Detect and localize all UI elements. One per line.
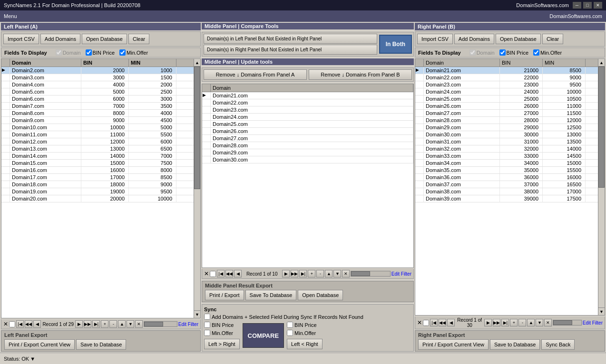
table-row[interactable]: Domain29.com <box>202 149 413 156</box>
table-row[interactable]: Domain39.com3900017500 <box>415 195 598 202</box>
right-left-button[interactable]: Left < Right <box>287 339 323 349</box>
middle-open-db-button[interactable]: Open Database <box>298 290 343 300</box>
middle-nav-add[interactable]: + <box>308 270 315 278</box>
table-row[interactable]: Domain24.com <box>202 114 413 121</box>
right-min-field[interactable]: Min.Offer <box>533 49 562 56</box>
table-row[interactable]: Domain25.com <box>202 121 413 128</box>
table-row[interactable]: Domain26.com <box>202 128 413 135</box>
middle-nav-first[interactable]: |◀ <box>217 270 225 278</box>
table-row[interactable]: Domain30.com3000013000 <box>415 131 598 138</box>
left-nav-up[interactable]: ▲ <box>118 320 126 328</box>
right-save-button[interactable]: Save to Database <box>490 339 540 350</box>
middle-scrollbar-h[interactable] <box>351 271 390 277</box>
table-row[interactable]: Domain34.com3400015000 <box>415 160 598 167</box>
menu-label[interactable]: Menu <box>4 13 17 19</box>
table-row[interactable]: Domain11.com110005500 <box>1 131 194 138</box>
left-vscroll[interactable]: ▲ ▼ <box>194 59 200 318</box>
right-nav-next[interactable]: ▶ <box>484 319 492 326</box>
right-nav-delete[interactable]: - <box>518 319 526 326</box>
left-nav-check[interactable] <box>9 321 15 327</box>
table-row[interactable]: Domain24.com2400010000 <box>415 88 598 96</box>
table-row[interactable]: ▶Domain21.com <box>202 92 413 99</box>
table-row[interactable]: Domain23.com230009500 <box>415 81 598 88</box>
table-row[interactable]: Domain8.com80004000 <box>1 110 194 117</box>
table-row[interactable]: Domain5.com50002500 <box>1 88 194 96</box>
left-nav-add[interactable]: + <box>101 320 108 328</box>
right-open-database-button[interactable]: Open Database <box>496 34 541 44</box>
table-row[interactable]: Domain13.com130006500 <box>1 145 194 153</box>
table-row[interactable]: Domain4.com40002000 <box>1 81 194 88</box>
middle-nav-last[interactable]: ▶| <box>299 270 307 278</box>
sync-left-bin-check[interactable] <box>204 322 210 328</box>
table-row[interactable]: Domain20.com2000010000 <box>1 195 194 202</box>
status-dropdown-arrow[interactable]: ▼ <box>30 356 35 362</box>
in-both-button[interactable]: In Both <box>379 35 412 54</box>
left-scrollbar-h[interactable] <box>144 321 177 327</box>
sync-add-domains-check[interactable] <box>204 314 210 320</box>
left-nav-x[interactable]: ✕ <box>3 321 8 327</box>
table-row[interactable]: Domain28.com <box>202 142 413 149</box>
table-row[interactable]: Domain3.com30001500 <box>1 74 194 81</box>
middle-nav-prev[interactable]: ◀ <box>234 270 242 278</box>
right-nav-x2[interactable]: ✕ <box>544 319 552 326</box>
table-row[interactable]: Domain36.com3600016000 <box>415 174 598 181</box>
table-row[interactable]: Domain37.com3700016500 <box>415 181 598 188</box>
table-row[interactable]: Domain19.com190009500 <box>1 188 194 195</box>
right-nav-add[interactable]: + <box>510 319 518 326</box>
right-edit-filter[interactable]: Edit Filter <box>583 320 603 326</box>
table-row[interactable]: Domain22.com220009000 <box>415 74 598 81</box>
middle-nav-prev-prev[interactable]: ◀◀ <box>225 270 233 278</box>
table-row[interactable]: Domain10.com100005000 <box>1 124 194 131</box>
left-nav-next-next[interactable]: ▶▶ <box>84 320 91 328</box>
left-save-button[interactable]: Save to Database <box>76 339 126 350</box>
table-row[interactable]: Domain27.com2700011500 <box>415 110 598 117</box>
table-row[interactable]: ▶Domain21.com210008500 <box>415 67 598 74</box>
left-nav-last[interactable]: ▶| <box>92 320 100 328</box>
table-row[interactable]: Domain31.com3100013500 <box>415 138 598 145</box>
left-edit-filter[interactable]: Edit Filter <box>178 322 198 327</box>
table-row[interactable]: Domain16.com160008000 <box>1 167 194 174</box>
middle-save-db-button[interactable]: Save To Database <box>245 290 297 300</box>
middle-nav-next[interactable]: ▶ <box>282 270 290 278</box>
right-nav-down[interactable]: ▼ <box>536 319 543 326</box>
table-row[interactable]: Domain25.com2500010500 <box>415 96 598 103</box>
left-nav-prev[interactable]: ◀ <box>33 320 41 328</box>
left-clear-button[interactable]: Clear <box>128 34 149 44</box>
sync-right-min-check[interactable] <box>287 330 293 336</box>
right-nav-up[interactable]: ▲ <box>527 319 535 326</box>
left-bin-field[interactable]: BIN Price <box>86 49 115 56</box>
left-nav-first[interactable]: |◀ <box>16 320 24 328</box>
sync-right-bin-check[interactable] <box>287 322 293 328</box>
middle-edit-filter[interactable]: Edit Filter <box>391 271 411 277</box>
compare-button[interactable]: COMPARE <box>243 323 284 348</box>
right-nav-first[interactable]: |◀ <box>430 319 438 326</box>
right-bin-field[interactable]: BIN Price <box>499 49 528 56</box>
left-right-button[interactable]: Left > Right <box>204 339 240 349</box>
remove-panel-a-button[interactable]: Remove ↓ Domains From Panel A <box>204 69 307 80</box>
table-row[interactable]: Domain6.com60003000 <box>1 96 194 103</box>
left-not-right-button[interactable]: Domain(s) in Left Panel But Not Existed … <box>204 34 377 44</box>
right-not-left-button[interactable]: Domain(s) in Right Panel But Not Existed… <box>204 45 377 55</box>
maximize-button[interactable]: □ <box>583 2 592 9</box>
close-button[interactable]: ✕ <box>594 2 602 9</box>
middle-nav-x[interactable]: ✕ <box>204 270 209 277</box>
middle-nav-delete[interactable]: - <box>316 270 324 278</box>
middle-nav-up[interactable]: ▲ <box>325 270 332 278</box>
table-row[interactable]: Domain17.com170008500 <box>1 174 194 181</box>
right-print-button[interactable]: Print / Export Current View <box>418 339 489 350</box>
right-nav-next-next[interactable]: ▶▶ <box>493 319 500 326</box>
table-row[interactable]: Domain35.com3500015500 <box>415 167 598 174</box>
table-row[interactable]: Domain14.com140007000 <box>1 153 194 160</box>
sync-left-min-check[interactable] <box>204 330 210 336</box>
table-row[interactable]: Domain30.com <box>202 156 413 163</box>
table-row[interactable]: Domain23.com <box>202 106 413 114</box>
right-scrollbar-h[interactable] <box>553 320 581 326</box>
left-min-field[interactable]: Min.Offer <box>119 49 148 56</box>
middle-nav-next-next[interactable]: ▶▶ <box>291 270 298 278</box>
right-nav-x[interactable]: ✕ <box>417 319 422 326</box>
left-print-button[interactable]: Print / Export Current View <box>4 339 75 350</box>
table-row[interactable]: Domain33.com3300014500 <box>415 153 598 160</box>
left-nav-down[interactable]: ▼ <box>127 320 134 328</box>
right-sync-back-button[interactable]: Sync Back <box>541 339 575 350</box>
right-import-csv-button[interactable]: Import CSV <box>417 34 453 44</box>
